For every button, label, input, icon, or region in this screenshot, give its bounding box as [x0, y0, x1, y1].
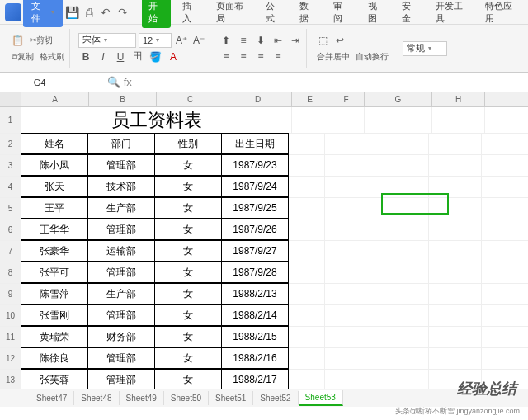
align-mid-icon[interactable]: ≡: [236, 33, 251, 48]
tab-layout[interactable]: 页面布局: [210, 0, 254, 28]
cell[interactable]: 王平: [21, 197, 88, 219]
cell[interactable]: [429, 262, 482, 283]
cell[interactable]: [361, 241, 429, 262]
cell[interactable]: 张雪刚: [21, 304, 88, 326]
col-header[interactable]: E: [292, 92, 328, 106]
row-header[interactable]: 8: [0, 262, 21, 283]
table-title[interactable]: 员工资料表: [21, 107, 292, 133]
cell[interactable]: [289, 134, 325, 154]
cell[interactable]: 生产部: [87, 283, 155, 304]
cell[interactable]: 管理部: [87, 262, 155, 283]
cell[interactable]: [361, 262, 429, 283]
cell[interactable]: 管理部: [87, 304, 155, 326]
cell[interactable]: [289, 241, 325, 262]
cell[interactable]: 女: [154, 219, 222, 240]
cell[interactable]: 女: [154, 304, 222, 326]
sheet-tab[interactable]: Sheet49: [120, 391, 164, 405]
tab-review[interactable]: 审阅: [327, 0, 356, 28]
cell[interactable]: 女: [154, 369, 222, 390]
font-select[interactable]: 宋体▾: [78, 33, 136, 48]
row-header[interactable]: 7: [0, 241, 21, 262]
sheet-tab[interactable]: Sheet52: [253, 391, 298, 405]
merge-icon[interactable]: ⬚: [315, 33, 330, 48]
cell[interactable]: 张天: [21, 176, 88, 197]
cell[interactable]: 张芙蓉: [21, 369, 88, 390]
cell[interactable]: [429, 305, 482, 326]
align-right-icon[interactable]: ≡: [253, 50, 268, 64]
cell[interactable]: [289, 262, 325, 283]
tab-data[interactable]: 数据: [293, 0, 322, 28]
cell[interactable]: 陈雪萍: [21, 283, 88, 304]
cell[interactable]: [328, 107, 365, 133]
align-center-icon[interactable]: ≡: [236, 50, 251, 64]
merge-center-button[interactable]: 合并居中: [315, 50, 351, 64]
decrease-font-icon[interactable]: A⁻: [191, 33, 206, 48]
cell[interactable]: [429, 241, 482, 262]
sheet-tab[interactable]: Sheet50: [164, 391, 209, 405]
cell[interactable]: [429, 177, 482, 197]
sheet-tab[interactable]: Sheet48: [74, 391, 119, 405]
cell[interactable]: [325, 134, 361, 154]
tab-view[interactable]: 视图: [361, 0, 390, 28]
cell[interactable]: 女: [154, 154, 222, 176]
cell[interactable]: [289, 155, 325, 176]
cell[interactable]: 1988/2/17: [221, 369, 289, 390]
cut-button[interactable]: ✂ 剪切: [28, 33, 54, 48]
cell[interactable]: 张豪华: [21, 240, 88, 262]
row-header[interactable]: 9: [0, 284, 21, 304]
cell[interactable]: [361, 284, 429, 304]
cell[interactable]: 女: [154, 347, 222, 369]
cell[interactable]: [325, 305, 361, 326]
cell[interactable]: 女: [154, 176, 222, 197]
cell[interactable]: [325, 155, 361, 176]
name-box[interactable]: G4: [7, 78, 73, 87]
col-header[interactable]: C: [157, 92, 224, 106]
cell[interactable]: [361, 327, 429, 347]
wrap-text-button[interactable]: 自动换行: [354, 50, 390, 64]
tab-insert[interactable]: 插入: [176, 0, 205, 28]
indent-dec-icon[interactable]: ⇤: [271, 33, 285, 48]
cell[interactable]: 技术部: [87, 176, 155, 197]
cell[interactable]: 1987/9/27: [221, 240, 289, 262]
cell[interactable]: 1987/9/25: [221, 197, 289, 219]
cell[interactable]: 性别: [154, 133, 222, 154]
cell[interactable]: [325, 177, 361, 197]
col-header[interactable]: B: [89, 92, 157, 106]
cell[interactable]: [361, 219, 429, 240]
align-justify-icon[interactable]: ≡: [271, 50, 285, 64]
increase-font-icon[interactable]: A⁺: [174, 33, 189, 48]
font-color-icon[interactable]: A: [166, 50, 181, 64]
cell[interactable]: [325, 370, 361, 390]
fill-color-icon[interactable]: 🪣: [148, 50, 163, 64]
cell[interactable]: 陈小凤: [21, 154, 88, 176]
row-header[interactable]: 2: [0, 134, 21, 154]
tab-security[interactable]: 安全: [395, 0, 424, 28]
font-size-select[interactable]: 12▾: [139, 33, 172, 48]
cell[interactable]: [361, 370, 429, 390]
cell[interactable]: 1988/2/15: [221, 326, 289, 347]
italic-icon[interactable]: I: [96, 50, 111, 64]
cell[interactable]: 1987/9/23: [221, 154, 289, 176]
file-menu[interactable]: 文件▾: [23, 0, 63, 27]
select-all-corner[interactable]: [0, 92, 21, 106]
tab-special[interactable]: 特色应用: [478, 0, 523, 28]
cell[interactable]: [325, 241, 361, 262]
col-header[interactable]: G: [365, 92, 432, 106]
cell[interactable]: 部门: [87, 133, 155, 154]
col-header[interactable]: H: [432, 92, 485, 106]
format-painter-button[interactable]: 格式刷: [38, 50, 66, 64]
col-header[interactable]: D: [224, 92, 292, 106]
row-header[interactable]: 11: [0, 327, 21, 347]
cell[interactable]: [432, 107, 485, 133]
row-header[interactable]: 5: [0, 198, 21, 219]
cell[interactable]: 黄瑞荣: [21, 326, 88, 347]
underline-icon[interactable]: U: [113, 50, 128, 64]
cell[interactable]: 姓名: [21, 133, 88, 154]
cell[interactable]: [361, 305, 429, 326]
copy-button[interactable]: ⧉ 复制: [10, 50, 35, 64]
row-header[interactable]: 1: [0, 107, 21, 133]
cell[interactable]: [365, 107, 432, 133]
redo-icon[interactable]: ↷: [116, 4, 130, 21]
cell[interactable]: 1987/9/24: [221, 176, 289, 197]
cell[interactable]: [325, 327, 361, 347]
